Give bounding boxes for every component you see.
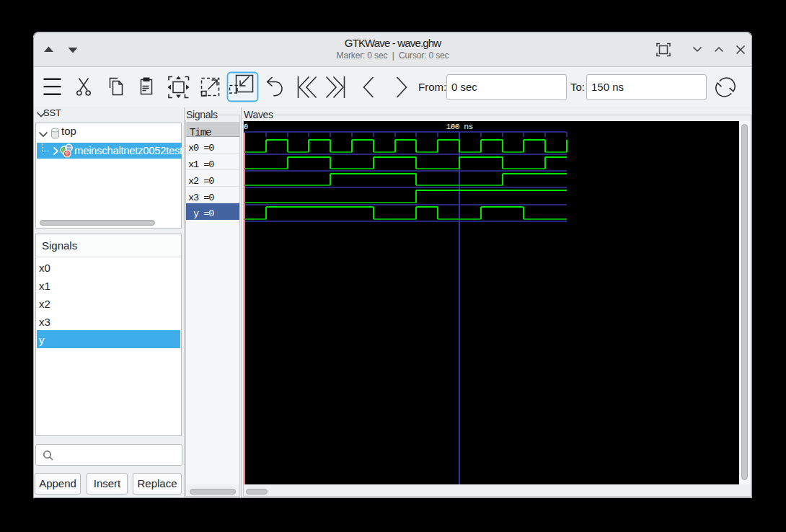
svg-text:100 ns: 100 ns — [446, 122, 472, 131]
svg-text:0: 0 — [244, 122, 248, 131]
